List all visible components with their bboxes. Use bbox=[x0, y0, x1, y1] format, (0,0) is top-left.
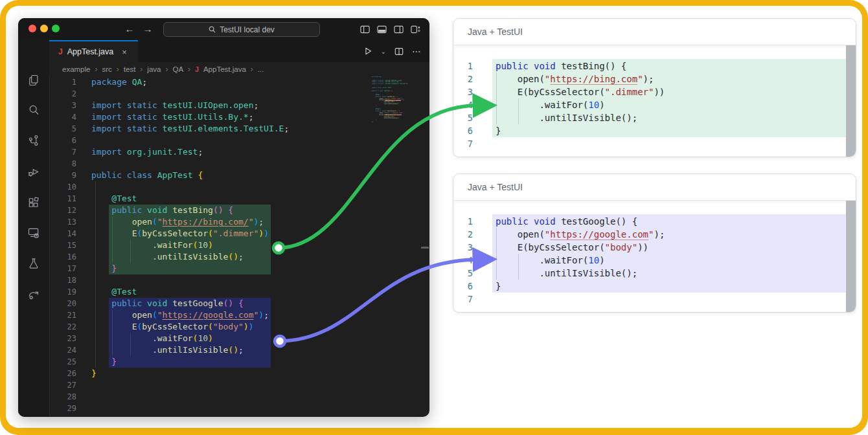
card-code: 1public void testGoogle() {2 open("https… bbox=[453, 201, 856, 313]
code-line: 26} bbox=[49, 368, 429, 379]
run-button[interactable] bbox=[363, 47, 372, 56]
code-line: 18 bbox=[49, 274, 429, 286]
breadcrumb-item[interactable]: src bbox=[102, 65, 111, 73]
java-file-icon: J bbox=[58, 47, 63, 56]
code-line: 27 bbox=[49, 379, 429, 391]
code-line: 12 public void testBing() { bbox=[49, 205, 429, 216]
code-line: 6 bbox=[49, 135, 429, 146]
minimize-window-button[interactable] bbox=[40, 25, 48, 32]
code-line: 7 bbox=[453, 137, 856, 150]
code-line: 29 bbox=[49, 403, 429, 414]
card-code: 1public void testBing() {2 open("https:/… bbox=[453, 45, 856, 157]
scrollbar-marker[interactable] bbox=[421, 247, 429, 249]
split-editor-icon[interactable] bbox=[394, 47, 404, 56]
card-header: Java + TestUI bbox=[453, 19, 856, 45]
explorer-icon[interactable] bbox=[18, 69, 49, 91]
code-line: 22 E(byCssSelector("body")) bbox=[49, 321, 429, 333]
more-actions-icon[interactable]: ⋯ bbox=[412, 46, 422, 56]
source-control-icon[interactable] bbox=[18, 129, 49, 151]
code-line: 3 E(byCssSelector(".dimmer")) bbox=[453, 85, 856, 98]
testing-icon[interactable] bbox=[18, 252, 49, 274]
extensions-icon[interactable] bbox=[18, 192, 49, 214]
code-line: 24 .untilIsVisible(); bbox=[49, 344, 429, 356]
toggle-primary-sidebar-icon[interactable] bbox=[360, 25, 370, 34]
card-header: Java + TestUI bbox=[453, 174, 856, 201]
card-title: Java + TestUI bbox=[468, 27, 523, 37]
navigate-back-button[interactable]: ← bbox=[123, 18, 136, 40]
code-card-testgoogle: Java + TestUI 1public void testGoogle() … bbox=[453, 173, 856, 313]
breadcrumb-separator: › bbox=[165, 65, 168, 74]
tab-bar: J AppTest.java × ⌄ ⋯ bbox=[49, 40, 429, 62]
breadcrumb-item[interactable]: AppTest.java bbox=[203, 65, 246, 73]
code-line: 5 .untilIsVisible(); bbox=[453, 111, 856, 124]
breadcrumb-separator: › bbox=[117, 65, 119, 74]
breadcrumb: example›src›test›java›QA›JAppTest.java›.… bbox=[49, 62, 429, 76]
breadcrumb-item[interactable]: java bbox=[147, 65, 161, 73]
code-line: 4 .waitFor(10) bbox=[453, 254, 856, 267]
toggle-panel-icon[interactable] bbox=[377, 25, 387, 34]
breadcrumb-separator: › bbox=[95, 65, 97, 74]
toggle-secondary-sidebar-icon[interactable] bbox=[394, 25, 404, 34]
code-line: 17 } bbox=[49, 263, 429, 274]
breadcrumb-item[interactable]: example bbox=[62, 65, 90, 73]
code-card-testbing: Java + TestUI 1public void testBing() {2… bbox=[453, 18, 856, 157]
minimap[interactable]: 1package QA;23import static testUI.UIOpe… bbox=[371, 76, 416, 133]
maximize-window-button[interactable] bbox=[52, 25, 60, 32]
remote-explorer-icon[interactable] bbox=[18, 222, 49, 244]
editor-code[interactable]: 1package QA;23import static testUI.UIOpe… bbox=[49, 76, 429, 417]
code-line: 28 bbox=[49, 391, 429, 403]
code-line: 20 public void testGoogle() { bbox=[49, 298, 429, 309]
breadcrumb-item[interactable]: ... bbox=[258, 65, 264, 73]
live-share-icon[interactable] bbox=[18, 284, 49, 306]
card-scrollbar[interactable] bbox=[846, 201, 856, 313]
code-line: 19 @Test bbox=[49, 286, 429, 298]
code-line: 2 open("https://google.com"); bbox=[453, 228, 856, 241]
vscode-window: ← → TestUI local dev bbox=[18, 18, 429, 417]
code-line: 29 bbox=[371, 127, 416, 129]
activity-bar bbox=[18, 40, 50, 417]
run-dropdown-icon[interactable]: ⌄ bbox=[381, 48, 386, 55]
code-line: 11 @Test bbox=[49, 193, 429, 205]
command-center-search[interactable]: TestUI local dev bbox=[163, 22, 320, 37]
customize-layout-icon[interactable] bbox=[411, 25, 420, 34]
search-label: TestUI local dev bbox=[220, 25, 275, 34]
search-icon bbox=[209, 26, 216, 33]
code-line: 9public class AppTest { bbox=[49, 170, 429, 181]
titlebar: ← → TestUI local dev bbox=[18, 18, 429, 41]
code-line: 5 .untilIsVisible(); bbox=[453, 267, 856, 280]
code-line: 8 bbox=[49, 158, 429, 170]
code-line: 2 open("https://bing.com"); bbox=[453, 72, 856, 85]
code-line: 13 open("https://bing.com/"); bbox=[49, 216, 429, 228]
close-tab-icon[interactable]: × bbox=[122, 47, 127, 57]
breadcrumb-separator: › bbox=[140, 65, 143, 74]
card-scrollbar[interactable] bbox=[846, 45, 856, 157]
breadcrumb-item[interactable]: test bbox=[124, 65, 136, 73]
code-line: 15 .waitFor(10) bbox=[49, 240, 429, 251]
close-window-button[interactable] bbox=[29, 25, 36, 32]
code-line: 3 E(byCssSelector("body")) bbox=[453, 241, 856, 254]
tab-apptest-java[interactable]: J AppTest.java × bbox=[49, 40, 138, 62]
tab-label: AppTest.java bbox=[67, 47, 114, 56]
code-line: 23 .waitFor(10) bbox=[49, 333, 429, 344]
java-file-icon: J bbox=[195, 65, 199, 73]
code-line: 6} bbox=[453, 124, 856, 137]
code-line: 14 E(byCssSelector(".dimmer")) bbox=[49, 228, 429, 240]
breadcrumb-separator: › bbox=[251, 65, 253, 74]
search-icon[interactable] bbox=[18, 99, 49, 121]
code-line: 7import org.junit.Test; bbox=[49, 146, 429, 158]
breadcrumb-separator: › bbox=[188, 65, 190, 74]
code-line: 6} bbox=[453, 280, 856, 293]
page-canvas: ← → TestUI local dev bbox=[6, 6, 862, 428]
code-line: 7 bbox=[453, 293, 856, 306]
breadcrumb-item[interactable]: QA bbox=[172, 65, 183, 73]
decorative-frame: ← → TestUI local dev bbox=[0, 0, 868, 435]
code-line: 16 .untilIsVisible(); bbox=[49, 251, 429, 263]
code-line: 21 open("https://google.com"); bbox=[49, 309, 429, 321]
code-line: 25 } bbox=[49, 356, 429, 368]
run-and-debug-icon[interactable] bbox=[18, 161, 49, 183]
code-line: 4 .waitFor(10) bbox=[453, 98, 856, 111]
navigate-forward-button[interactable]: → bbox=[141, 18, 154, 40]
code-line: 10 bbox=[49, 181, 429, 193]
card-title: Java + TestUI bbox=[468, 182, 523, 192]
code-line: 1public void testGoogle() { bbox=[453, 215, 856, 228]
